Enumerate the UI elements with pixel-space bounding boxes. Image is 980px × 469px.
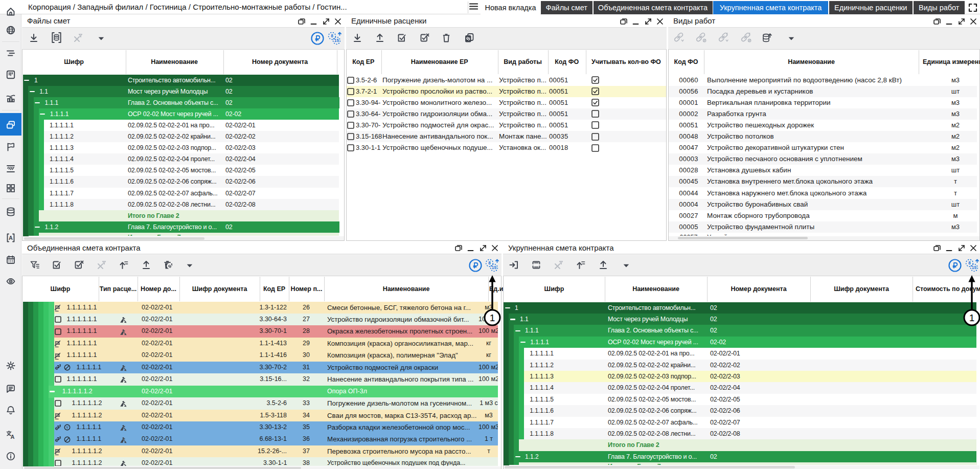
svg-text:8: 8 [331, 33, 333, 38]
svg-text:1: 1 [489, 312, 495, 323]
svg-text:1: 1 [969, 312, 974, 323]
svg-text:V: V [66, 426, 69, 429]
svg-text:8: 8 [968, 260, 971, 265]
svg-text:15: 15 [492, 265, 497, 270]
svg-text:15: 15 [334, 38, 339, 43]
svg-text:8: 8 [488, 260, 491, 265]
svg-text:15: 15 [972, 265, 977, 270]
svg-text:A: A [9, 235, 13, 241]
svg-text:A: A [11, 434, 15, 440]
